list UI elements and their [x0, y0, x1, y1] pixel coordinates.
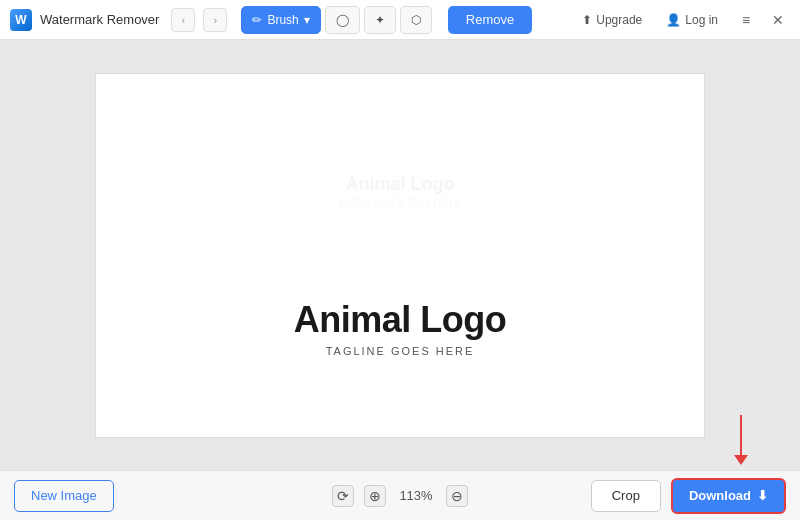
- polygon-icon: ✦: [375, 13, 385, 27]
- reset-icon: ⟳: [337, 488, 349, 504]
- user-icon: 👤: [666, 13, 681, 27]
- tagline-text: TAGLINE GOES HERE: [294, 345, 507, 357]
- chevron-right-icon: ›: [214, 14, 218, 26]
- upgrade-label: Upgrade: [596, 13, 642, 27]
- image-canvas[interactable]: Animal Logo watermark text here Animal L…: [95, 73, 705, 438]
- download-button[interactable]: Download ⬇: [671, 478, 786, 514]
- menu-button[interactable]: ≡: [734, 8, 758, 32]
- toolbar-tools: ✏ Brush ▾ ◯ ✦ ⬡: [241, 6, 431, 34]
- chevron-left-icon: ‹: [182, 14, 186, 26]
- nav-back-button[interactable]: ‹: [171, 8, 195, 32]
- close-icon: ✕: [772, 12, 784, 28]
- watermark-ghost: Animal Logo: [346, 174, 455, 195]
- login-label: Log in: [685, 13, 718, 27]
- download-icon: ⬇: [757, 488, 768, 503]
- polygon-tool-button[interactable]: ✦: [364, 6, 396, 34]
- new-image-button[interactable]: New Image: [14, 480, 114, 512]
- titlebar: W Watermark Remover ‹ › ✏ Brush ▾ ◯ ✦ ⬡ …: [0, 0, 800, 40]
- lasso-icon: ◯: [336, 13, 349, 27]
- zoom-in-icon: ⊕: [369, 488, 381, 504]
- zoom-reset-button[interactable]: ⟳: [332, 485, 354, 507]
- app-title: Watermark Remover: [40, 12, 159, 27]
- brush-icon: ✏: [252, 13, 262, 27]
- zoom-out-icon: ⊖: [451, 488, 463, 504]
- close-button[interactable]: ✕: [766, 8, 790, 32]
- login-button[interactable]: 👤 Log in: [658, 13, 726, 27]
- download-label: Download: [689, 488, 751, 503]
- erase-icon: ⬡: [411, 13, 421, 27]
- zoom-out-button[interactable]: ⊖: [446, 485, 468, 507]
- app-icon: W: [10, 9, 32, 31]
- brush-label: Brush: [267, 13, 298, 27]
- upgrade-button[interactable]: ⬆ Upgrade: [574, 13, 650, 27]
- bottom-right-buttons: Crop Download ⬇: [591, 478, 786, 514]
- main-logo-container: Animal Logo TAGLINE GOES HERE: [294, 299, 507, 357]
- remove-button[interactable]: Remove: [448, 6, 532, 34]
- hamburger-icon: ≡: [742, 12, 750, 28]
- erase-tool-button[interactable]: ⬡: [400, 6, 432, 34]
- lasso-tool-button[interactable]: ◯: [325, 6, 360, 34]
- zoom-level-display: 113%: [396, 488, 436, 503]
- canvas-area: Animal Logo watermark text here Animal L…: [0, 40, 800, 470]
- nav-forward-button[interactable]: ›: [203, 8, 227, 32]
- zoom-in-button[interactable]: ⊕: [364, 485, 386, 507]
- bottombar: New Image ⟳ ⊕ 113% ⊖ Crop Download ⬇: [0, 470, 800, 520]
- logo-name-text: Animal Logo: [294, 299, 507, 341]
- upgrade-icon: ⬆: [582, 13, 592, 27]
- zoom-controls: ⟳ ⊕ 113% ⊖: [332, 485, 468, 507]
- crop-button[interactable]: Crop: [591, 480, 661, 512]
- brush-dropdown-icon: ▾: [304, 13, 310, 27]
- brush-tool-button[interactable]: ✏ Brush ▾: [241, 6, 320, 34]
